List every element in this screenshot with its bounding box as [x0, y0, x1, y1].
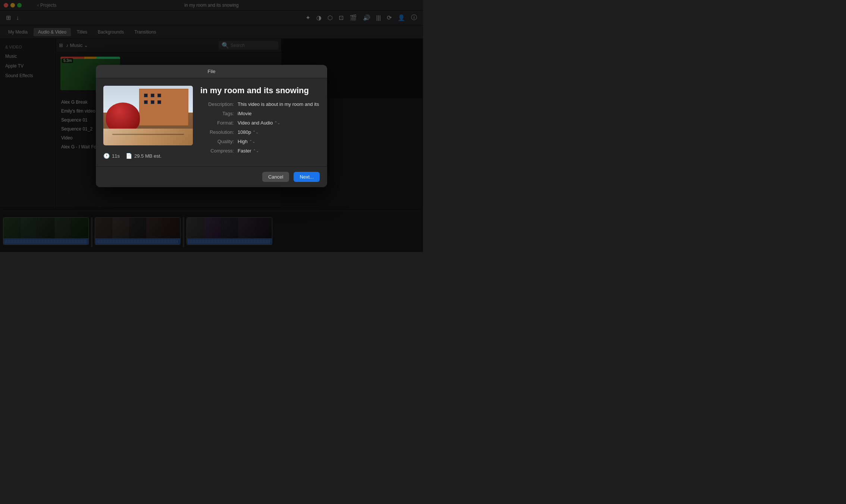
preview-image — [103, 86, 193, 145]
duration-meta: 🕐 11s — [103, 153, 120, 159]
tags-label: Tags: — [200, 111, 238, 116]
next-button[interactable]: Next... — [294, 172, 320, 182]
resolution-row: Resolution: 1080p ⌃⌄ — [200, 129, 320, 135]
resolution-label: Resolution: — [200, 129, 238, 135]
resolution-value[interactable]: 1080p ⌃⌄ — [238, 129, 258, 135]
compress-dropdown-icon: ⌃⌄ — [253, 149, 259, 153]
file-icon: 📄 — [126, 153, 132, 159]
export-modal: File — [96, 65, 327, 187]
modal-meta: 🕐 11s 📄 29.5 MB est. — [103, 149, 193, 159]
format-value[interactable]: Video and Audio ⌃⌄ — [238, 120, 280, 126]
description-label: Description: — [200, 101, 238, 107]
tags-value: iMovie — [238, 111, 252, 116]
stuffed-animal — [106, 103, 140, 132]
window — [157, 94, 161, 97]
compress-value[interactable]: Faster ⌃⌄ — [238, 148, 259, 154]
modal-footer: Cancel Next... — [96, 166, 327, 187]
resolution-dropdown-icon: ⌃⌄ — [253, 130, 258, 134]
format-row: Format: Video and Audio ⌃⌄ — [200, 120, 320, 126]
window — [157, 100, 161, 104]
book — [103, 129, 193, 145]
duration-value: 11s — [112, 153, 120, 159]
format-label: Format: — [200, 120, 238, 126]
quality-row: Quality: High ⌃⌄ — [200, 139, 320, 144]
filesize-meta: 📄 29.5 MB est. — [126, 153, 162, 159]
window — [151, 100, 154, 104]
building-windows — [140, 89, 188, 115]
quality-value[interactable]: High ⌃⌄ — [238, 139, 255, 144]
preview-scene — [103, 86, 193, 145]
modal-title-label: File — [208, 69, 216, 74]
modal-header: File — [96, 65, 327, 78]
compress-label: Compress: — [200, 148, 238, 154]
modal-video-title: in my room and its snowing — [200, 86, 320, 95]
description-row: Description: This video is about in my r… — [200, 101, 320, 107]
quality-label: Quality: — [200, 139, 238, 144]
window — [144, 100, 148, 104]
clock-icon: 🕐 — [103, 153, 110, 159]
compress-row: Compress: Faster ⌃⌄ — [200, 148, 320, 154]
tags-row: Tags: iMovie — [200, 111, 320, 116]
book-text-line — [112, 134, 184, 135]
window — [151, 94, 154, 97]
window — [144, 94, 148, 97]
modal-body: 🕐 11s 📄 29.5 MB est. in my room and its … — [96, 78, 327, 166]
modal-preview: 🕐 11s 📄 29.5 MB est. — [103, 86, 193, 159]
description-value: This video is about in my room and its — [238, 101, 319, 107]
filesize-value: 29.5 MB est. — [134, 153, 162, 159]
format-dropdown-icon: ⌃⌄ — [274, 121, 280, 125]
building — [139, 89, 188, 126]
modal-overlay: File — [0, 0, 423, 252]
modal-info: in my room and its snowing Description: … — [200, 86, 320, 159]
quality-dropdown-icon: ⌃⌄ — [249, 139, 255, 144]
cancel-button[interactable]: Cancel — [262, 172, 289, 182]
